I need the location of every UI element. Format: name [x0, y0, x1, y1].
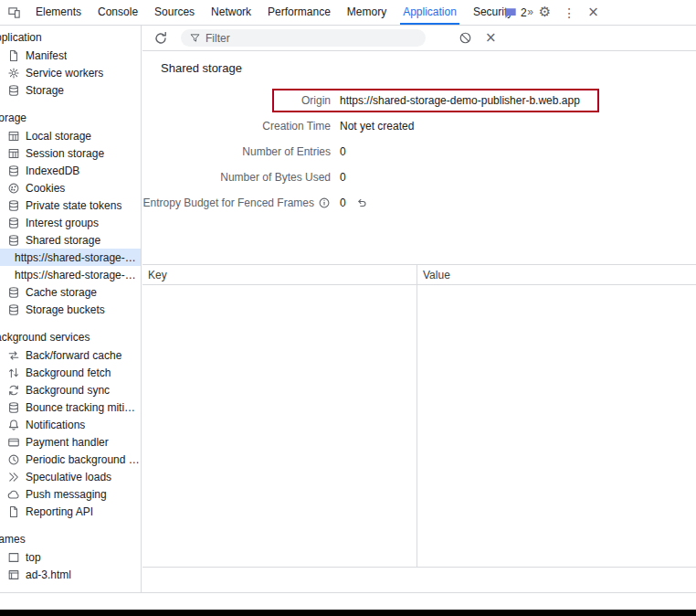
sidebar-item-bounce-tracking-mitiga[interactable]: Bounce tracking mitiga… [0, 398, 141, 416]
field-row-origin: Originhttps://shared-storage-demo-publis… [142, 88, 696, 113]
sidebar-item-cache-storage[interactable]: Cache storage [0, 283, 141, 301]
close-devtools-button[interactable]: × [587, 5, 599, 19]
application-sidebar: ApplicationManifestService workersStorag… [0, 26, 142, 592]
sidebar-item-service-workers[interactable]: Service workers [0, 64, 141, 81]
bell-icon [7, 419, 21, 431]
sidebar-item-interest-groups[interactable]: Interest groups [0, 214, 141, 231]
main-panel: × Shared storage Originhttps://shared-st… [142, 26, 696, 592]
document-icon [7, 49, 21, 62]
table-icon [7, 130, 21, 143]
sidebar-item-label: Background sync [26, 384, 110, 397]
page-title: Shared storage [161, 61, 696, 82]
column-header-value[interactable]: Value [417, 269, 450, 281]
tab-memory[interactable]: Memory [339, 0, 395, 25]
sidebar-item-back-forward-cache[interactable]: Back/forward cache [0, 346, 141, 364]
field-label-text: Entropy Budget for Fenced Frames [143, 196, 314, 209]
sidebar-item-local-storage[interactable]: Local storage [0, 127, 141, 144]
table-header-row: Key Value [142, 265, 696, 285]
more-options-button[interactable]: ⋮ [563, 6, 575, 19]
column-divider [417, 265, 417, 567]
database-icon [7, 401, 21, 414]
sidebar-item-speculative-loads[interactable]: Speculative loads [0, 468, 141, 485]
sidebar-item-label: Reporting API [26, 505, 93, 518]
issues-button[interactable]: 2 [504, 6, 527, 19]
clear-all-button[interactable] [459, 31, 472, 45]
field-value-text: 0 [340, 196, 346, 209]
field-label: Number of Bytes Used [142, 171, 331, 184]
filter-input[interactable] [206, 32, 417, 45]
field-value: 0 [340, 145, 346, 158]
sidebar-item-notifications[interactable]: Notifications [0, 416, 141, 433]
field-value: Not yet created [340, 120, 414, 133]
sidebar-item-label: Bounce tracking mitiga… [26, 401, 141, 414]
sidebar-item-top[interactable]: top [0, 548, 141, 566]
info-icon[interactable] [318, 196, 331, 209]
sidebar-item-reporting-api[interactable]: Reporting API [0, 503, 141, 520]
sidebar-item-label: Private state tokens [26, 199, 121, 212]
field-label: Number of Entries [142, 145, 331, 158]
back-forward-icon [7, 349, 21, 362]
sidebar-item-label: Notifications [26, 419, 85, 431]
tab-application[interactable]: Application [395, 0, 465, 25]
sidebar-item-label: Interest groups [26, 217, 99, 229]
field-label: Origin [142, 94, 331, 107]
section-header-application[interactable]: Application [0, 29, 141, 47]
tab-sources[interactable]: Sources [146, 0, 203, 25]
filter-pill[interactable] [181, 29, 426, 47]
field-label-text: Creation Time [262, 120, 331, 133]
sidebar-item-storage[interactable]: Storage [0, 81, 141, 99]
database-icon [7, 286, 21, 299]
frame-icon [7, 551, 21, 564]
sidebar-item-background-sync[interactable]: Background sync [0, 381, 141, 398]
sidebar-item-background-fetch[interactable]: Background fetch [0, 364, 141, 381]
cookie-icon [7, 182, 21, 195]
reset-entropy-budget-button[interactable] [355, 196, 368, 209]
section-header-background-services[interactable]: Background services [0, 329, 141, 346]
tab-console[interactable]: Console [90, 0, 146, 25]
frame-doc-icon [7, 568, 21, 581]
section-header-storage[interactable]: Storage [0, 110, 141, 127]
field-label: Creation Time [142, 120, 331, 133]
sidebar-item-label: Service workers [26, 67, 103, 80]
metadata-view: Originhttps://shared-storage-demo-publis… [142, 88, 696, 216]
sidebar-item-cookies[interactable]: Cookies [0, 179, 141, 196]
screenshot-bottom-edge [0, 610, 696, 616]
tab-elements[interactable]: Elements [27, 0, 90, 25]
sidebar-item-indexeddb[interactable]: IndexedDB [0, 162, 141, 179]
tab-performance[interactable]: Performance [259, 0, 339, 25]
sidebar-item-label: Periodic background s… [26, 453, 141, 466]
section-frames: Framestopad-3.html [0, 531, 141, 583]
refresh-button[interactable] [153, 31, 168, 46]
sidebar-item-session-storage[interactable]: Session storage [0, 144, 141, 162]
field-value: https://shared-storage-demo-publisher-b.… [340, 94, 580, 107]
sidebar-item-https-shared-storage-d[interactable]: https://shared-storage-d… [0, 266, 141, 283]
topbar-actions: 2 ⚙ ⋮ × [504, 0, 599, 25]
sidebar-item-payment-handler[interactable]: Payment handler [0, 433, 141, 451]
payment-icon [7, 436, 21, 449]
sidebar-item-storage-buckets[interactable]: Storage buckets [0, 301, 141, 318]
sidebar-item-shared-storage[interactable]: Shared storage [0, 231, 141, 249]
sync-icon [7, 384, 21, 397]
settings-gear-button[interactable]: ⚙ [539, 5, 551, 19]
device-toolbar-button[interactable] [0, 5, 27, 19]
sidebar-item-label: Push messaging [26, 488, 107, 501]
tab-network[interactable]: Network [203, 0, 259, 25]
sidebar-item-label: ad-3.html [26, 568, 71, 581]
delete-selected-button[interactable]: × [485, 31, 497, 45]
field-row-number-of-bytes-used: Number of Bytes Used0 [142, 165, 696, 190]
sidebar-item-periodic-background-s[interactable]: Periodic background s… [0, 451, 141, 468]
sidebar-item-label: Manifest [26, 49, 67, 62]
sidebar-item-https-shared-storage-d[interactable]: https://shared-storage-d… [0, 249, 141, 266]
field-label: Entropy Budget for Fenced Frames [142, 196, 331, 209]
sidebar-item-private-state-tokens[interactable]: Private state tokens [0, 196, 141, 214]
sidebar-item-manifest[interactable]: Manifest [0, 47, 141, 64]
service-worker-icon [7, 67, 21, 80]
sidebar-item-ad-3-html[interactable]: ad-3.html [0, 566, 141, 583]
sidebar-item-push-messaging[interactable]: Push messaging [0, 485, 141, 503]
column-header-key[interactable]: Key [142, 269, 417, 281]
section-header-frames[interactable]: Frames [0, 531, 141, 548]
issues-bubble-icon [504, 6, 517, 19]
section-storage: StorageLocal storageSession storageIndex… [0, 110, 141, 318]
sidebar-item-label: https://shared-storage-d… [15, 251, 141, 264]
sidebar-item-label: IndexedDB [26, 165, 79, 177]
